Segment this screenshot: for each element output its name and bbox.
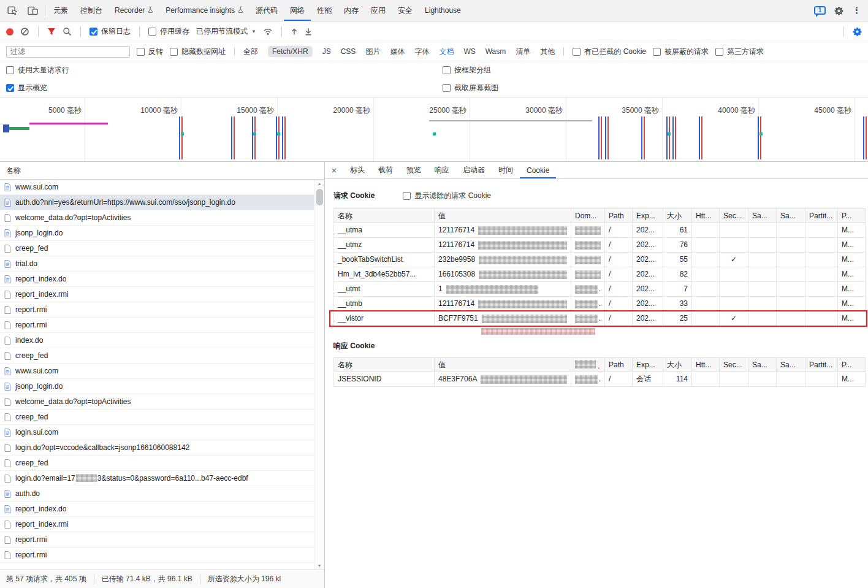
request-row[interactable]: login.do?opt=vccode&callback=jsonp166106… <box>0 440 314 456</box>
group-by-frame-checkbox[interactable]: 按框架分组 <box>443 61 491 79</box>
invert-filter-checkbox[interactable]: 反转 <box>137 47 163 57</box>
record-button[interactable] <box>6 28 13 36</box>
more-options-icon[interactable]: ⋮ <box>852 5 861 16</box>
scroll-up-arrow[interactable]: ▲ <box>318 180 322 188</box>
device-toolbar-icon[interactable] <box>23 0 43 21</box>
filter-type-css[interactable]: CSS <box>341 47 356 56</box>
request-row[interactable]: creep_fed <box>0 348 314 364</box>
request-table-name-header[interactable]: 名称 <box>0 162 324 180</box>
cookie-row[interactable]: _bookTabSwitchList232be9958/202...55✓M..… <box>333 253 866 267</box>
request-row[interactable]: report_index.rmi <box>0 517 314 532</box>
third-party-checkbox[interactable]: 第三方请求 <box>715 47 764 57</box>
detail-tab-headers[interactable]: 标头 <box>343 162 371 178</box>
preserve-log-checkbox[interactable]: 保留日志 <box>89 26 131 37</box>
request-row[interactable]: creep_fed <box>0 410 314 425</box>
top-tab-performance-insights[interactable]: Performance insights <box>159 0 249 21</box>
detail-tab-preview[interactable]: 预览 <box>400 162 428 178</box>
filter-type-fetch-xhr[interactable]: Fetch/XHR <box>268 46 313 57</box>
messages-badge[interactable]: 1 <box>814 6 826 15</box>
network-overview-timeline[interactable]: 5000 毫秒10000 毫秒15000 毫秒20000 毫秒25000 毫秒3… <box>0 97 868 162</box>
redacted-region <box>479 256 567 264</box>
filter-type-all[interactable]: 全部 <box>243 47 258 57</box>
filter-input[interactable] <box>6 46 130 58</box>
request-row[interactable]: www.sui.com <box>0 180 314 195</box>
capture-screenshots-checkbox[interactable]: 截取屏幕截图 <box>443 79 498 97</box>
request-row[interactable]: report.rmi <box>0 302 314 318</box>
request-row[interactable]: auth.do <box>0 486 314 502</box>
detail-tab-response[interactable]: 响应 <box>428 162 456 178</box>
show-filtered-cookies-checkbox[interactable]: 显示滤除的请求 Cookie <box>403 191 491 201</box>
cookie-row[interactable]: __utmt1 ./202...7M... <box>333 282 866 297</box>
detail-tab-timing[interactable]: 时间 <box>492 162 520 178</box>
throttling-select[interactable]: 已停用节流模式 ▼ <box>196 26 256 37</box>
export-har-icon[interactable] <box>305 28 312 36</box>
request-row[interactable]: jsonp_login.do <box>0 379 314 394</box>
request-row[interactable]: jsonp_login.do <box>0 226 314 241</box>
request-row[interactable]: welcome_data.do?opt=topActivities <box>0 210 314 226</box>
request-row[interactable]: report_index.rmi <box>0 287 314 302</box>
request-row[interactable]: trial.do <box>0 256 314 272</box>
clear-network-log-icon[interactable] <box>20 27 29 36</box>
filter-type-font[interactable]: 字体 <box>414 47 429 57</box>
blocked-requests-checkbox[interactable]: 被屏蔽的请求 <box>653 47 709 57</box>
request-row[interactable]: report.rmi <box>0 532 314 548</box>
scroll-down-arrow[interactable]: ▼ <box>318 562 322 570</box>
show-overview-checkbox[interactable]: 显示概览 <box>6 83 47 93</box>
top-tab-sources[interactable]: 源代码 <box>249 0 284 21</box>
request-row[interactable]: www.sui.com <box>0 364 314 379</box>
cookie-row[interactable]: JSESSIONID48E3F706A ./会话114M... <box>333 372 866 387</box>
request-row[interactable]: creep_fed <box>0 241 314 256</box>
cookie-row[interactable]: __utmz121176714/202...76M... <box>333 238 866 253</box>
request-row[interactable]: report_index.do <box>0 272 314 287</box>
top-tab-security[interactable]: 安全 <box>392 0 419 21</box>
search-icon[interactable] <box>63 27 72 36</box>
request-row[interactable]: auth.do?nnl=yes&returnUrl=https://www.su… <box>0 195 314 210</box>
request-row[interactable]: report_index.do <box>0 502 314 517</box>
cookie-row[interactable]: Hm_lvt_3db4e52bb57...166105308/202...82M… <box>333 267 866 282</box>
filter-type-ws[interactable]: WS <box>463 47 475 56</box>
request-row[interactable]: report.rmi <box>0 318 314 333</box>
cookie-row[interactable]: __vistorBCF7F9751 ./202...25✓M... <box>333 311 866 326</box>
filter-type-other[interactable]: 其他 <box>540 47 555 57</box>
request-row[interactable]: login.sui.com <box>0 425 314 440</box>
scrollbar[interactable]: ▲ ▼ <box>314 180 324 570</box>
network-settings-gear-icon[interactable] <box>853 27 862 36</box>
network-conditions-icon[interactable] <box>263 28 273 36</box>
request-row[interactable]: report.rmi <box>0 548 314 563</box>
filter-icon[interactable] <box>47 28 56 36</box>
hide-data-urls-checkbox[interactable]: 隐藏数据网址 <box>170 47 226 57</box>
top-tab-console[interactable]: 控制台 <box>74 0 108 21</box>
blocked-cookies-checkbox[interactable]: 有已拦截的 Cookie <box>573 47 646 57</box>
import-har-icon[interactable] <box>291 28 298 36</box>
top-tab-application[interactable]: 应用 <box>365 0 392 21</box>
big-request-rows-checkbox[interactable]: 使用大量请求行 <box>6 65 69 75</box>
top-tab-lighthouse[interactable]: Lighthouse <box>419 0 467 21</box>
request-row[interactable]: creep_fed <box>0 456 314 471</box>
filter-type-js[interactable]: JS <box>322 47 331 56</box>
filter-type-media[interactable]: 媒体 <box>390 47 405 57</box>
filter-type-wasm[interactable]: Wasm <box>485 47 506 56</box>
gear-icon[interactable] <box>834 6 843 15</box>
detail-tab-initiator[interactable]: 启动器 <box>456 162 492 178</box>
scrollbar-thumb[interactable] <box>316 189 323 205</box>
detail-tab-cookies[interactable]: Cookie <box>520 162 556 178</box>
cookie-secure <box>720 223 748 238</box>
cookie-row[interactable]: __utma121176714/202...61M... <box>333 223 866 238</box>
cookie-row[interactable]: __utmb121176714 ./202...33M... <box>333 297 866 311</box>
close-icon[interactable]: × <box>325 162 343 178</box>
request-row[interactable]: login.do?email=173&status=0&password=6a1… <box>0 471 314 486</box>
request-row[interactable]: welcome_data.do?opt=topActivities <box>0 394 314 410</box>
filter-type-doc[interactable]: 文档 <box>439 47 454 57</box>
top-tab-performance[interactable]: 性能 <box>311 0 338 21</box>
disable-cache-checkbox[interactable]: 停用缓存 <box>148 26 189 37</box>
filter-type-img[interactable]: 图片 <box>365 47 380 57</box>
inspect-element-icon[interactable] <box>2 0 23 21</box>
top-tab-elements[interactable]: 元素 <box>47 0 74 21</box>
checkbox-icon <box>443 66 451 74</box>
top-tab-recorder[interactable]: Recorder <box>108 0 159 21</box>
filter-type-manifest[interactable]: 清单 <box>516 47 530 57</box>
request-row[interactable]: index.do <box>0 333 314 348</box>
detail-tab-payload[interactable]: 载荷 <box>371 162 400 178</box>
top-tab-memory[interactable]: 内存 <box>338 0 365 21</box>
top-tab-network[interactable]: 网络 <box>284 0 311 21</box>
